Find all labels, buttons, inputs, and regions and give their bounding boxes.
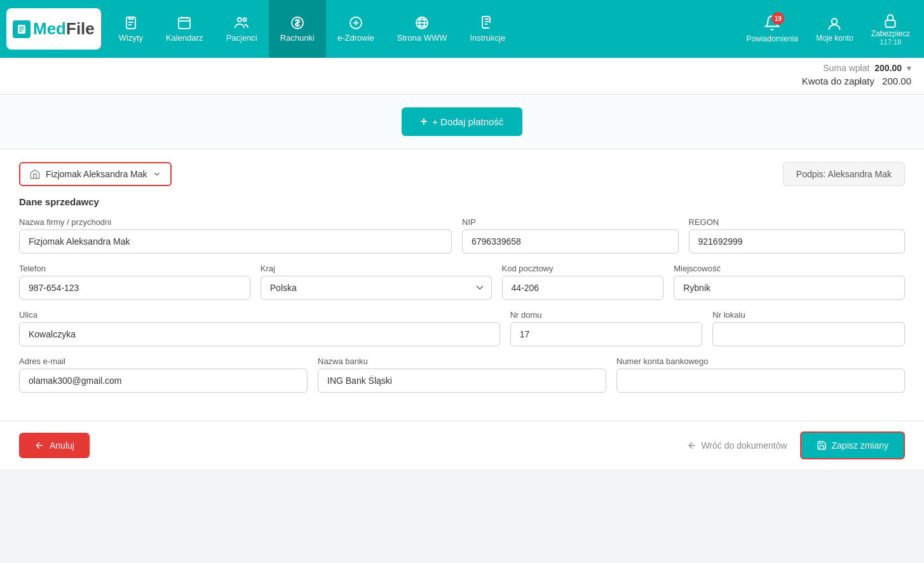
kraj-group: Kraj Polska Niemcy Francja UK: [261, 264, 492, 300]
chevron-down-icon: [153, 170, 161, 179]
dane-sprzedawcy-title: Dane sprzedawcy: [19, 196, 905, 207]
ulica-label: Ulica: [19, 310, 500, 320]
nr-lokalu-input[interactable]: [712, 322, 905, 346]
nr-domu-input[interactable]: [510, 322, 703, 346]
kod-pocztowy-label: Kod pocztowy: [502, 264, 664, 273]
form-row-3: Ulica Nr domu Nr lokalu: [19, 310, 905, 346]
add-payment-area: + + Dodaj płatność: [0, 95, 924, 149]
suma-dropdown-icon[interactable]: ▾: [907, 63, 911, 73]
nip-group: NIP: [462, 217, 679, 254]
nav-rachunki[interactable]: Rachunki: [269, 0, 326, 58]
calendar-icon: [177, 15, 192, 31]
nr-domu-label: Nr domu: [510, 310, 703, 320]
nav-strona-www[interactable]: Strona WWW: [386, 0, 459, 58]
save-changes-button[interactable]: Zapisz zmiany: [800, 431, 905, 459]
notification-badge: 19: [771, 12, 784, 25]
bank-konto-group: Numer konta bankowego: [616, 356, 905, 393]
svg-rect-25: [886, 20, 895, 27]
nav-security[interactable]: Zabezpiecz 117:18: [864, 0, 918, 58]
ulica-group: Ulica: [19, 310, 500, 346]
form-row-4: Adres e-mail Nazwa banku Numer konta ban…: [19, 356, 905, 393]
nav-items: Wizyty Kalendarz Pacjenci Rachunki e-Zdr…: [107, 0, 739, 58]
document-icon: [480, 15, 495, 31]
svg-rect-3: [19, 31, 22, 32]
telefon-input[interactable]: [19, 276, 250, 300]
podpis-button[interactable]: Podpis: Aleksandra Mak: [783, 162, 905, 186]
email-input[interactable]: [19, 369, 308, 393]
home-icon: [29, 168, 41, 180]
nr-lokalu-label: Nr lokalu: [712, 310, 905, 320]
nazwa-label: Nazwa firmy / przychodni: [19, 217, 452, 227]
nav-wizyty[interactable]: Wizyty: [107, 0, 154, 58]
cancel-button[interactable]: Anuluj: [19, 433, 90, 458]
navbar: Med File Wizyty Kalendarz Pacjenci Rachu…: [0, 0, 924, 58]
nav-right: 19 Powiadomienia Moje konto Zabezpiecz 1…: [739, 0, 918, 58]
svg-rect-7: [179, 18, 190, 29]
regon-label: REGON: [689, 217, 906, 227]
suma-wplat-value: 200.00: [874, 63, 902, 73]
nav-pacjenci[interactable]: Pacjenci: [215, 0, 269, 58]
svg-point-12: [243, 18, 247, 22]
email-group: Adres e-mail: [19, 356, 308, 393]
kraj-label: Kraj: [261, 264, 492, 273]
save-icon: [817, 440, 827, 451]
ulica-input[interactable]: [19, 322, 500, 346]
telefon-group: Telefon: [19, 264, 250, 300]
brand-icon: [13, 20, 31, 38]
brand-med: Med: [33, 19, 66, 39]
footer-right: Wróć do dokumentów Zapisz zmiany: [687, 431, 905, 459]
kwota-label: Kwota do zapłaty: [802, 76, 874, 86]
nav-account[interactable]: Moje konto: [808, 0, 861, 58]
kraj-select[interactable]: Polska Niemcy Francja UK: [261, 276, 492, 300]
form-row-1: Nazwa firmy / przychodni NIP REGON: [19, 217, 905, 254]
suma-wplat-label: Suma wpłat: [823, 63, 869, 73]
dollar-icon: [290, 15, 305, 31]
bank-nazwa-label: Nazwa banku: [318, 356, 606, 366]
footer-bar: Anuluj Wróć do dokumentów Zapisz zmiany: [0, 421, 924, 470]
svg-point-24: [832, 18, 838, 24]
security-time: 117:18: [880, 38, 901, 46]
form-row-2: Telefon Kraj Polska Niemcy Francja UK Ko…: [19, 264, 905, 300]
nazwa-input[interactable]: [19, 229, 452, 254]
miejscowosc-group: Miejscowość: [674, 264, 905, 300]
miejscowosc-label: Miejscowość: [674, 264, 905, 273]
telefon-label: Telefon: [19, 264, 250, 273]
nr-domu-group: Nr domu: [510, 310, 703, 346]
plus-circle-icon: [348, 15, 363, 31]
svg-rect-2: [19, 29, 24, 30]
brand-logo[interactable]: Med File: [6, 8, 101, 50]
nav-ezdrowie[interactable]: e-Zdrowie: [326, 0, 386, 58]
plus-icon: +: [421, 115, 428, 128]
bank-nazwa-input[interactable]: [318, 369, 606, 393]
back-arrow-icon: [687, 440, 697, 451]
svg-point-11: [238, 18, 241, 22]
nav-notifications[interactable]: 19 Powiadomienia: [739, 0, 806, 58]
add-payment-button[interactable]: + + Dodaj płatność: [402, 107, 523, 136]
brand-file: File: [66, 19, 95, 39]
svg-rect-1: [19, 27, 24, 28]
bank-konto-input[interactable]: [616, 369, 905, 393]
kod-pocztowy-group: Kod pocztowy: [502, 264, 664, 300]
nip-input[interactable]: [462, 229, 679, 254]
svg-rect-23: [489, 23, 493, 28]
notif-wrapper: 19: [764, 15, 780, 33]
regon-input[interactable]: [689, 229, 906, 254]
miejscowosc-input[interactable]: [674, 276, 905, 300]
seller-selector-button[interactable]: Fizjomak Aleksandra Mak: [19, 162, 172, 186]
kod-pocztowy-input[interactable]: [502, 276, 664, 300]
clipboard-icon: [123, 15, 139, 31]
nav-instrukcje[interactable]: Instrukcje: [459, 0, 517, 58]
summary-bar: Suma wpłat 200.00 ▾ Kwota do zapłaty 200…: [0, 58, 924, 95]
back-to-documents-button[interactable]: Wróć do dokumentów: [687, 440, 787, 451]
nip-label: NIP: [462, 217, 679, 227]
users-icon: [234, 15, 249, 31]
nazwa-group: Nazwa firmy / przychodni: [19, 217, 452, 254]
nav-kalendarz[interactable]: Kalendarz: [154, 0, 215, 58]
kwota-line: Kwota do zapłaty 200.00: [13, 76, 911, 86]
bank-nazwa-group: Nazwa banku: [318, 356, 606, 393]
bank-konto-label: Numer konta bankowego: [616, 356, 905, 366]
nr-lokalu-group: Nr lokalu: [712, 310, 905, 346]
main-content: Suma wpłat 200.00 ▾ Kwota do zapłaty 200…: [0, 58, 924, 470]
kwota-value: 200.00: [882, 76, 911, 86]
suma-wplat-line: Suma wpłat 200.00 ▾: [13, 63, 911, 73]
